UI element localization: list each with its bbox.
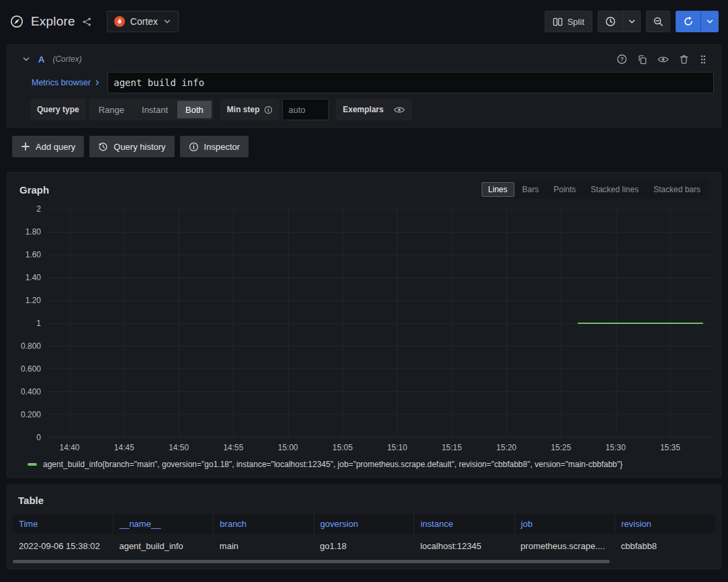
copy-query-icon[interactable] bbox=[637, 54, 647, 65]
exemplars-eye-icon[interactable] bbox=[394, 104, 405, 116]
plot-area[interactable] bbox=[48, 209, 714, 438]
legend-item[interactable]: agent_build_info{branch="main", goversio… bbox=[28, 460, 714, 469]
graph-style-stacked-bars[interactable]: Stacked bars bbox=[647, 182, 707, 197]
v-gridline bbox=[452, 209, 453, 437]
x-tick-label: 15:30 bbox=[606, 443, 626, 452]
column-header-name[interactable]: __name__ bbox=[113, 514, 213, 534]
y-tick-label: 0 bbox=[36, 433, 41, 442]
x-tick-label: 15:25 bbox=[551, 443, 571, 452]
h-gridline bbox=[48, 345, 714, 346]
v-gridline bbox=[179, 209, 179, 437]
x-tick-label: 15:10 bbox=[387, 443, 407, 452]
table-row: 2022-09-06 15:38:02 agent_build_info mai… bbox=[13, 534, 715, 558]
chevron-down-icon bbox=[628, 17, 636, 26]
query-field-row: Metrics browser bbox=[30, 72, 714, 93]
column-header-time[interactable]: Time bbox=[13, 514, 113, 534]
x-tick-label: 15:15 bbox=[442, 443, 462, 452]
query-type-label-text: Query type bbox=[37, 105, 79, 114]
query-datasource-hint: (Cortex) bbox=[52, 54, 81, 64]
trash-icon[interactable] bbox=[679, 54, 689, 65]
add-query-label: Add query bbox=[36, 142, 75, 152]
legend-series-marker bbox=[28, 463, 37, 466]
h-gridline bbox=[48, 414, 714, 415]
column-header-instance[interactable]: instance bbox=[414, 514, 514, 534]
h-gridline bbox=[48, 300, 714, 301]
y-tick-label: 0.800 bbox=[21, 341, 41, 351]
share-icon[interactable] bbox=[82, 17, 92, 27]
inspector-label: Inspector bbox=[204, 142, 240, 152]
help-circle-icon[interactable]: ? bbox=[617, 54, 627, 65]
cell-name: agent_build_info bbox=[113, 534, 213, 558]
graph-style-toggle: Lines Bars Points Stacked lines Stacked … bbox=[480, 181, 709, 198]
min-step-group: Min step bbox=[220, 99, 330, 120]
chart: 21.801.601.401.2010.8000.6000.4000.2000 … bbox=[14, 209, 714, 454]
query-type-option-both[interactable]: Both bbox=[177, 101, 212, 118]
zoom-out-button[interactable] bbox=[646, 11, 670, 32]
graph-style-bars[interactable]: Bars bbox=[516, 182, 546, 197]
time-picker-group bbox=[598, 11, 641, 32]
time-picker-dropdown-button[interactable] bbox=[623, 11, 640, 32]
v-gridline bbox=[233, 209, 234, 437]
table-panel-title: Table bbox=[7, 485, 721, 514]
y-axis: 21.801.601.401.2010.8000.6000.4000.2000 bbox=[14, 209, 48, 438]
y-tick-label: 1.60 bbox=[26, 250, 41, 259]
min-step-input[interactable] bbox=[282, 99, 329, 120]
column-header-goversion[interactable]: goversion bbox=[314, 514, 414, 534]
v-gridline bbox=[506, 209, 507, 437]
table-header-row: Time __name__ branch goversion instance … bbox=[13, 514, 715, 534]
min-step-label-text: Min step bbox=[227, 105, 260, 114]
cell-goversion: go1.18 bbox=[314, 534, 414, 558]
metrics-browser-button[interactable]: Metrics browser bbox=[30, 72, 107, 93]
datasource-picker[interactable]: Cortex bbox=[107, 11, 179, 32]
metrics-browser-label: Metrics browser bbox=[32, 78, 91, 87]
graph-style-lines[interactable]: Lines bbox=[482, 182, 514, 197]
datasource-name: Cortex bbox=[130, 16, 158, 27]
refresh-group bbox=[676, 11, 719, 32]
query-history-button[interactable]: Query history bbox=[89, 136, 174, 157]
query-type-group: Query type Range Instant Both bbox=[30, 99, 214, 120]
legend-series-label: agent_build_info{branch="main", goversio… bbox=[43, 460, 623, 469]
h-gridline bbox=[48, 391, 714, 392]
add-query-button[interactable]: Add query bbox=[12, 136, 84, 157]
cell-time: 2022-09-06 15:38:02 bbox=[13, 534, 113, 558]
refresh-button[interactable] bbox=[676, 11, 700, 32]
h-gridline bbox=[48, 278, 714, 278]
column-header-revision[interactable]: revision bbox=[615, 514, 715, 534]
refresh-interval-dropdown-button[interactable] bbox=[700, 11, 718, 32]
x-tick-label: 15:35 bbox=[660, 443, 680, 452]
cell-revision: cbbfabb8 bbox=[615, 534, 715, 558]
info-circle-icon bbox=[264, 106, 273, 114]
query-row-actions: ? bbox=[617, 54, 710, 65]
series-line[interactable] bbox=[578, 323, 703, 324]
h-gridline bbox=[48, 232, 714, 233]
inspector-button[interactable]: Inspector bbox=[180, 136, 248, 157]
x-axis: 14:4014:4514:5014:5515:0015:0515:1015:15… bbox=[48, 438, 714, 454]
query-type-option-range[interactable]: Range bbox=[91, 101, 132, 118]
topbar-right: Split bbox=[545, 11, 719, 32]
query-options-row: Query type Range Instant Both Min step E… bbox=[30, 99, 714, 120]
collapse-chevron-icon[interactable] bbox=[22, 55, 30, 63]
time-picker-button[interactable] bbox=[598, 11, 623, 32]
min-step-label: Min step bbox=[220, 99, 280, 120]
table-scrollbar-thumb[interactable] bbox=[13, 560, 610, 563]
query-expression-input[interactable] bbox=[107, 72, 714, 93]
exemplars-label: Exemplars bbox=[336, 99, 412, 120]
column-header-branch[interactable]: branch bbox=[214, 514, 314, 534]
chevron-down-icon bbox=[163, 17, 171, 26]
y-tick-label: 0.400 bbox=[21, 387, 41, 397]
chevron-right-icon bbox=[94, 79, 101, 86]
graph-style-stacked-lines[interactable]: Stacked lines bbox=[584, 182, 645, 197]
disable-query-eye-icon[interactable] bbox=[657, 54, 669, 65]
graph-style-points[interactable]: Points bbox=[547, 182, 582, 197]
plus-icon bbox=[21, 142, 30, 151]
h-gridline bbox=[48, 368, 714, 369]
split-button[interactable]: Split bbox=[545, 11, 592, 32]
magnifier-minus-icon bbox=[653, 16, 664, 27]
chevron-down-icon bbox=[706, 17, 714, 26]
clock-icon bbox=[605, 16, 616, 27]
drag-handle-icon[interactable] bbox=[699, 54, 707, 65]
query-type-option-instant[interactable]: Instant bbox=[134, 101, 176, 118]
h-gridline bbox=[48, 255, 714, 255]
column-header-job[interactable]: job bbox=[514, 514, 615, 534]
v-gridline bbox=[561, 209, 561, 437]
